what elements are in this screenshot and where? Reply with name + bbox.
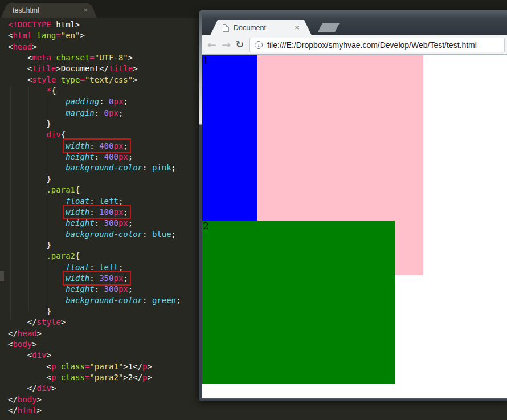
code-line: }	[8, 306, 199, 317]
code-token: >	[80, 31, 84, 40]
code-token: pink	[152, 163, 171, 172]
code-line: height: 300px;	[8, 218, 199, 229]
code-span: .para2{	[46, 251, 80, 260]
code-span: <p class="para1">1</p>	[46, 362, 152, 371]
code-token: .para2	[46, 251, 75, 260]
rendered-para1-blue: 1	[202, 55, 257, 221]
code-token: <	[46, 362, 51, 371]
code-line: float: left;	[8, 196, 199, 207]
editor-tab-label: test.html	[13, 6, 84, 14]
code-token: >	[51, 384, 56, 393]
para2-text: 2	[202, 221, 395, 231]
code-line: <body>	[8, 339, 199, 350]
code-span: <!DOCTYPE html>	[8, 20, 80, 29]
code-span: }	[46, 240, 51, 250]
code-span: </div>	[27, 384, 56, 393]
reload-icon[interactable]: ↻	[236, 40, 244, 50]
code-token: px	[113, 141, 123, 150]
code-token: >	[128, 53, 133, 62]
code-token: </	[27, 317, 37, 327]
code-line: <head>	[8, 42, 199, 52]
code-token: width	[66, 207, 89, 217]
code-token: width	[66, 141, 89, 150]
code-token: =	[89, 53, 94, 62]
code-token: blue	[152, 230, 171, 239]
code-token: px	[118, 284, 128, 293]
code-token: :	[89, 263, 99, 272]
code-token: px	[109, 108, 118, 117]
code-area[interactable]: <!DOCTYPE html><html lang="en"><head> <m…	[0, 18, 199, 416]
browser-tab-close-icon[interactable]: ×	[295, 23, 299, 32]
info-icon[interactable]: i	[255, 41, 263, 49]
code-line: }	[8, 240, 199, 251]
code-token: px	[118, 218, 128, 227]
code-line: background-color: blue;	[8, 229, 199, 240]
browser-tab-document[interactable]: Document ×	[210, 20, 312, 35]
code-line: </head>	[8, 328, 199, 339]
code-token: :	[89, 197, 99, 206]
code-token: ;	[123, 207, 128, 217]
code-span: <div>	[27, 350, 51, 360]
code-line: width: 100px;	[8, 207, 199, 218]
code-token: >	[148, 373, 152, 382]
code-token: background-color	[66, 163, 142, 172]
code-token: >	[133, 75, 137, 84]
code-line: .para1{	[8, 185, 199, 195]
code-line: <meta charset="UTF-8">	[8, 52, 199, 63]
code-line: background-color: green;	[8, 295, 199, 306]
code-token: ;	[176, 296, 181, 305]
code-span: div{	[46, 130, 66, 139]
code-token: }	[46, 307, 51, 316]
code-line: padding: 0px;	[8, 96, 199, 107]
code-span: height: 300px;	[66, 218, 133, 227]
code-token: green	[152, 296, 176, 305]
code-token: "para1"	[89, 362, 123, 371]
code-token: :	[95, 284, 104, 293]
code-token: "UTF-8"	[95, 53, 128, 62]
code-token: *	[46, 86, 51, 95]
code-token: }	[46, 240, 51, 250]
code-token: 400	[104, 152, 118, 161]
code-line: }	[8, 174, 199, 185]
code-token: html>	[51, 20, 80, 29]
code-line: .para2{	[8, 251, 199, 262]
code-token: :	[142, 296, 152, 305]
code-token: html	[18, 406, 37, 415]
code-token: padding	[66, 97, 99, 106]
code-token: class	[56, 373, 85, 382]
code-token: :	[89, 274, 99, 283]
code-token: 400	[99, 141, 113, 150]
code-span: height: 400px;	[66, 152, 133, 161]
code-token: :	[89, 141, 99, 150]
code-line: <!DOCTYPE html>	[8, 19, 199, 30]
code-token: :	[142, 163, 152, 172]
code-token: charset	[51, 53, 89, 62]
code-span: float: left;	[66, 197, 123, 206]
forward-icon[interactable]: →	[222, 39, 231, 50]
code-token: p	[142, 373, 147, 382]
code-token: ;	[128, 218, 133, 227]
code-token: =	[80, 75, 84, 84]
code-token: >1</	[123, 362, 142, 371]
code-span: <style type="text/css">	[27, 75, 138, 84]
code-token: :	[95, 218, 104, 227]
code-span: </body>	[8, 395, 42, 404]
code-token: >	[32, 42, 36, 51]
back-icon[interactable]: ←	[207, 39, 216, 50]
code-span: <meta charset="UTF-8">	[27, 53, 133, 62]
code-token: ;	[123, 97, 128, 106]
page-icon	[223, 24, 229, 32]
address-bar[interactable]: i file:///E:/Dropbox/smyhvae.com/Develop…	[249, 38, 505, 52]
code-token: px	[113, 207, 123, 217]
para1-text: 1	[202, 55, 257, 66]
code-token: </	[8, 406, 18, 415]
code-token: float	[66, 197, 89, 206]
code-span: margin: 0px;	[66, 108, 123, 117]
code-line: width: 350px;	[8, 273, 199, 284]
code-span: <title>Document</title>	[27, 64, 138, 73]
code-line: div{	[8, 129, 199, 140]
editor-tab-test-html[interactable]: test.html ×	[1, 3, 97, 18]
code-token: }	[46, 119, 51, 128]
editor-tab-close-icon[interactable]: ×	[84, 6, 88, 14]
code-token: <	[27, 350, 32, 360]
